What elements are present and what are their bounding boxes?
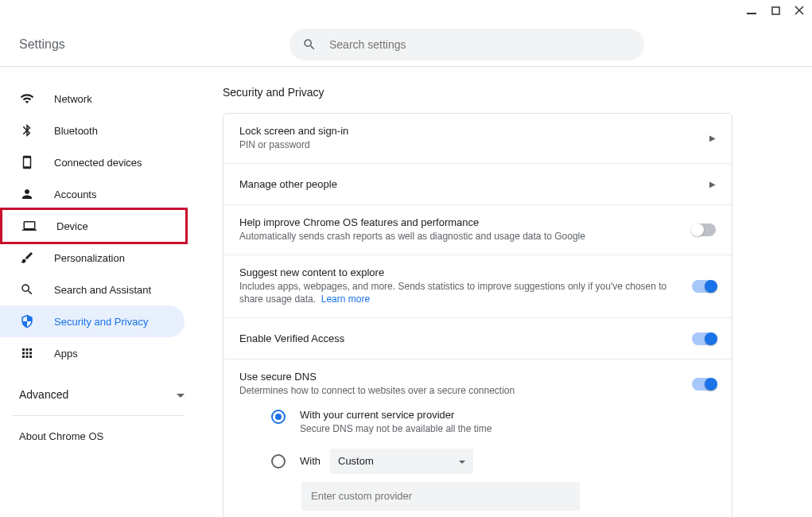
sidebar-item-network[interactable]: Network bbox=[0, 83, 185, 115]
minimize-button[interactable] bbox=[745, 5, 758, 17]
search-container[interactable] bbox=[289, 29, 644, 60]
toggle-secure-dns[interactable] bbox=[692, 378, 716, 391]
apps-icon bbox=[19, 345, 35, 361]
sidebar-item-apps[interactable]: Apps bbox=[0, 337, 185, 369]
svg-rect-0 bbox=[747, 13, 756, 14]
row-subtitle: PIN or password bbox=[239, 138, 697, 152]
row-title: Use secure DNS bbox=[239, 371, 679, 383]
row-title: Lock screen and sign-in bbox=[239, 125, 697, 137]
svg-rect-1 bbox=[772, 7, 779, 14]
row-verified-access: Enable Verified Access bbox=[223, 318, 732, 360]
search-input[interactable] bbox=[328, 37, 631, 52]
sidebar-item-label: Bluetooth bbox=[54, 125, 98, 137]
close-button[interactable] bbox=[793, 5, 806, 17]
sidebar-advanced[interactable]: Advanced bbox=[0, 379, 204, 410]
maximize-button[interactable] bbox=[769, 5, 782, 17]
sidebar-about[interactable]: About Chrome OS bbox=[0, 421, 204, 452]
sidebar-item-label: Security and Privacy bbox=[54, 316, 149, 328]
sidebar-item-label: Network bbox=[54, 93, 92, 105]
row-title: Suggest new content to explore bbox=[239, 266, 679, 278]
highlight-box: Device bbox=[0, 208, 188, 244]
radio-selected-icon bbox=[271, 410, 286, 424]
sidebar-item-device[interactable]: Device bbox=[2, 210, 185, 242]
sidebar-item-label: Device bbox=[56, 220, 88, 232]
row-help-improve: Help improve Chrome OS features and perf… bbox=[223, 205, 732, 255]
row-title: Enable Verified Access bbox=[239, 332, 679, 344]
advanced-label: Advanced bbox=[19, 388, 68, 401]
option-title: With bbox=[300, 455, 321, 467]
chevron-right-icon: ▶ bbox=[709, 134, 716, 142]
shield-icon bbox=[19, 313, 35, 329]
header: Settings bbox=[0, 22, 812, 67]
close-icon bbox=[795, 6, 804, 15]
brush-icon bbox=[19, 250, 35, 266]
option-title: With your current service provider bbox=[300, 409, 491, 421]
sidebar-item-label: Accounts bbox=[54, 189, 96, 200]
row-subtitle: Determines how to connect to websites ov… bbox=[239, 384, 679, 398]
settings-card: Lock screen and sign-in PIN or password … bbox=[223, 113, 732, 517]
sidebar-item-search-assistant[interactable]: Search and Assistant bbox=[0, 274, 185, 305]
maximize-icon bbox=[771, 6, 780, 15]
row-subtitle: Automatically sends crash reports as wel… bbox=[239, 230, 679, 243]
main-content: Security and Privacy Lock screen and sig… bbox=[204, 67, 812, 517]
radio-unselected-icon bbox=[271, 454, 286, 468]
phone-icon bbox=[19, 154, 35, 170]
row-title: Manage other people bbox=[239, 178, 697, 190]
person-icon bbox=[19, 186, 35, 202]
toggle-help-improve[interactable] bbox=[692, 224, 716, 236]
bluetooth-icon bbox=[19, 122, 35, 138]
sidebar-item-label: Connected devices bbox=[54, 157, 142, 169]
section-title: Security and Privacy bbox=[223, 86, 732, 99]
divider bbox=[13, 415, 185, 416]
dns-provider-dropdown[interactable]: Custom bbox=[330, 449, 473, 474]
dns-option-custom[interactable]: With Custom bbox=[271, 449, 716, 474]
learn-more-link[interactable]: Learn more bbox=[321, 293, 370, 305]
window-titlebar bbox=[0, 0, 812, 22]
toggle-verified-access[interactable] bbox=[692, 332, 716, 345]
sidebar-item-security-privacy[interactable]: Security and Privacy bbox=[0, 305, 185, 337]
laptop-icon bbox=[21, 218, 37, 234]
custom-provider-input[interactable] bbox=[301, 482, 580, 511]
sidebar-item-connected-devices[interactable]: Connected devices bbox=[0, 146, 185, 178]
page-title: Settings bbox=[19, 37, 289, 52]
sidebar-item-label: Personalization bbox=[54, 252, 125, 264]
chevron-down-icon bbox=[459, 455, 465, 467]
sidebar-item-label: Apps bbox=[54, 348, 78, 360]
row-title: Help improve Chrome OS features and perf… bbox=[239, 216, 679, 228]
search-icon bbox=[19, 282, 35, 297]
toggle-suggest-content[interactable] bbox=[692, 280, 716, 293]
search-icon bbox=[302, 37, 317, 52]
row-suggest-content: Suggest new content to explore Includes … bbox=[223, 255, 732, 319]
row-lock-screen[interactable]: Lock screen and sign-in PIN or password … bbox=[223, 114, 732, 164]
sidebar: Network Bluetooth Connected devices Acco… bbox=[0, 67, 204, 517]
sidebar-item-label: Search and Assistant bbox=[54, 284, 151, 296]
dns-option-current-provider[interactable]: With your current service provider Secur… bbox=[271, 409, 716, 436]
dropdown-value: Custom bbox=[338, 455, 374, 467]
row-manage-people[interactable]: Manage other people ▶ bbox=[223, 164, 732, 205]
minimize-icon bbox=[747, 6, 756, 15]
row-subtitle: Includes apps, webpages, and more. Sends… bbox=[239, 280, 679, 307]
sidebar-item-accounts[interactable]: Accounts bbox=[0, 178, 185, 210]
chevron-right-icon: ▶ bbox=[709, 180, 716, 189]
option-subtitle: Secure DNS may not be available all the … bbox=[300, 422, 491, 436]
sidebar-item-bluetooth[interactable]: Bluetooth bbox=[0, 115, 185, 146]
wifi-icon bbox=[19, 91, 35, 107]
sidebar-item-personalization[interactable]: Personalization bbox=[0, 242, 185, 274]
row-secure-dns: Use secure DNS Determines how to connect… bbox=[223, 360, 732, 517]
chevron-down-icon bbox=[177, 388, 185, 401]
